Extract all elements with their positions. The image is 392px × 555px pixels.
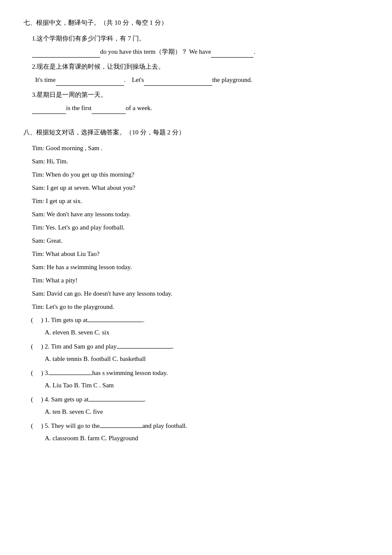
- mc-q5-options: A. classroom B. farm C. Playground: [23, 433, 369, 444]
- q7-1-mid: do you have this term（学期）？ We have: [100, 48, 211, 55]
- dialogue-line-7: Sam: Great.: [23, 235, 369, 247]
- dialogue-line-4: Tim: I get up at six.: [23, 195, 369, 207]
- mc-q3-options: A. Liu Tao B. Tim C . Sam: [23, 380, 369, 391]
- blank-7-3-b: [92, 106, 126, 114]
- mc-q5-line: ( ) 5. They will go to theand play footb…: [23, 420, 369, 432]
- mc-q2: ( ) 2. Tim and Sam go and play. A. table…: [23, 341, 369, 365]
- mc-q4: ( ) 4. Sam gets up at. A. ten B. seven C…: [23, 394, 369, 418]
- mc-q3-open-paren: (: [28, 367, 36, 379]
- q7-3-line: is the firstof a week.: [32, 102, 369, 114]
- dialogue-line-1: Sam: Hi, Tim.: [23, 156, 369, 167]
- q7-1-suffix: .: [254, 48, 255, 55]
- mc-q4-options: A. ten B. seven C. five: [23, 406, 369, 418]
- mc-q4-dot: .: [144, 394, 146, 405]
- mc-q1-num: 1. Tim gets up at: [45, 314, 87, 326]
- mc-q3-line: ( ) 3.has s swimming lesson today.: [23, 367, 369, 379]
- blank-mc-3: [49, 367, 92, 375]
- blank-7-2-a: [56, 78, 124, 86]
- q7-2-a-dot: . Let's: [124, 76, 144, 83]
- blank-7-1-b: [211, 50, 254, 58]
- section-seven-header: 七、根据中文，翻译句子。（共 10 分，每空 1 分）: [23, 17, 369, 29]
- mc-q2-options: A. table tennis B. football C. basketbal…: [23, 353, 369, 365]
- q7-2-label: 2.现在是上体育课的时候，让我们到操场上去。: [32, 61, 369, 73]
- mc-q3-close-paren: ): [36, 367, 45, 379]
- mc-q4-line: ( ) 4. Sam gets up at.: [23, 394, 369, 405]
- mc-q2-dot: .: [172, 341, 174, 352]
- mc-q4-num: 4. Sam gets up at: [45, 394, 89, 405]
- blank-mc-5: [100, 420, 142, 428]
- blank-mc-1: [87, 314, 143, 322]
- mc-q5: ( ) 5. They will go to theand play footb…: [23, 420, 369, 444]
- question-7-2: 2.现在是上体育课的时候，让我们到操场上去。 It's time. Let'st…: [23, 61, 369, 86]
- q7-2-a-prefix: It's time: [32, 76, 56, 83]
- mc-q5-close-paren: ): [36, 420, 45, 432]
- dialogue-line-0: Tim: Good morning , Sam .: [23, 142, 369, 154]
- mc-q1-line: ( ) 1. Tim gets up at.: [23, 314, 369, 326]
- mc-q5-open-paren: (: [28, 420, 36, 432]
- mc-q2-line: ( ) 2. Tim and Sam go and play.: [23, 341, 369, 352]
- blank-7-3-a: [32, 106, 66, 114]
- blank-mc-2: [117, 341, 172, 349]
- mc-q1: ( ) 1. Tim gets up at. A. eleven B. seve…: [23, 314, 369, 338]
- mc-q2-close-paren: ): [36, 341, 45, 352]
- mc-q3-num: 3.: [45, 367, 49, 379]
- q7-3-mid: is the first: [66, 105, 92, 111]
- blank-mc-4: [89, 394, 144, 401]
- mc-q3-text: has s swimming lesson today.: [92, 367, 168, 379]
- q7-3-suffix: of a week.: [126, 105, 152, 111]
- section-eight: 八、根据短文对话，选择正确答案。（10 分，每题 2 分） Tim: Good …: [23, 127, 369, 444]
- dialogue-line-11: Sam: David can go. He doesn't have any l…: [23, 288, 369, 299]
- mc-q1-close-paren: ): [36, 314, 45, 326]
- mc-q5-num: 5. They will go to the: [45, 420, 100, 432]
- mc-q1-open-paren: (: [28, 314, 36, 326]
- mc-q2-num: 2. Tim and Sam go and play: [45, 341, 117, 352]
- q7-2-line: It's time. Let'sthe playground.: [32, 74, 369, 86]
- dialogue-line-12: Tim: Let's go to the playground.: [23, 301, 369, 313]
- section-eight-header: 八、根据短文对话，选择正确答案。（10 分，每题 2 分）: [23, 127, 369, 138]
- q7-1-line1: do you have this term（学期）？ We have.: [32, 46, 369, 58]
- dialogue-line-9: Sam: He has a swimming lesson today.: [23, 262, 369, 273]
- blank-7-2-b: [144, 78, 212, 86]
- mc-q1-options: A. eleven B. seven C. six: [23, 327, 369, 338]
- dialogue-line-10: Tim: What a pity!: [23, 275, 369, 286]
- mc-q5-text: and play football.: [142, 420, 187, 432]
- mc-q1-dot: .: [143, 314, 144, 326]
- mc-q4-close-paren: ): [36, 394, 45, 405]
- dialogue-line-3: Sam: I get up at seven. What about you?: [23, 182, 369, 194]
- mc-q3: ( ) 3.has s swimming lesson today. A. Li…: [23, 367, 369, 391]
- section-seven: 七、根据中文，翻译句子。（共 10 分，每空 1 分） 1.这个学期你们有多少门…: [23, 17, 369, 114]
- dialogue-line-5: Sam: We don't have any lessons today.: [23, 209, 369, 220]
- q7-1-label: 1.这个学期你们有多少门学科，有 7 门。: [32, 33, 369, 44]
- question-7-3: 3.星期日是一周的第一天。 is the firstof a week.: [23, 89, 369, 114]
- dialogue-block: Tim: Good morning , Sam . Sam: Hi, Tim. …: [23, 142, 369, 313]
- question-7-1: 1.这个学期你们有多少门学科，有 7 门。 do you have this t…: [23, 33, 369, 58]
- q7-3-label: 3.星期日是一周的第一天。: [32, 89, 369, 101]
- mc-q2-open-paren: (: [28, 341, 36, 352]
- dialogue-line-6: Tim: Yes. Let's go and play football.: [23, 222, 369, 233]
- dialogue-line-8: Tim: What about Liu Tao?: [23, 248, 369, 260]
- dialogue-line-2: Tim: When do you get up this morning?: [23, 169, 369, 180]
- q7-2-b-suffix: the playground.: [212, 76, 252, 83]
- blank-7-1-a: [32, 50, 100, 58]
- mc-q4-open-paren: (: [28, 394, 36, 405]
